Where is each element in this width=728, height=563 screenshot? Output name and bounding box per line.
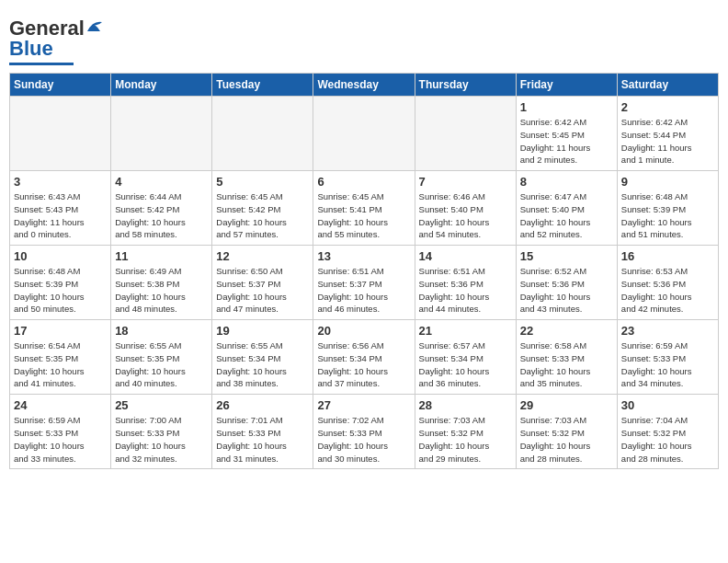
day-number: 5 bbox=[216, 175, 309, 189]
calendar-day-header: Sunday bbox=[10, 74, 111, 97]
calendar-day-header: Monday bbox=[111, 74, 212, 97]
calendar-cell: 24Sunrise: 6:59 AM Sunset: 5:33 PM Dayli… bbox=[10, 395, 111, 469]
day-number: 2 bbox=[621, 100, 714, 114]
calendar-cell: 10Sunrise: 6:48 AM Sunset: 5:39 PM Dayli… bbox=[10, 246, 111, 320]
day-number: 14 bbox=[419, 249, 512, 263]
day-info: Sunrise: 6:55 AM Sunset: 5:35 PM Dayligh… bbox=[115, 339, 208, 390]
day-number: 4 bbox=[115, 175, 208, 189]
logo-blue: Blue bbox=[9, 37, 53, 61]
day-number: 11 bbox=[115, 249, 208, 263]
calendar-cell: 28Sunrise: 7:03 AM Sunset: 5:32 PM Dayli… bbox=[415, 395, 516, 469]
calendar-week-row: 24Sunrise: 6:59 AM Sunset: 5:33 PM Dayli… bbox=[10, 395, 719, 469]
calendar-day-header: Thursday bbox=[415, 74, 516, 97]
day-info: Sunrise: 6:52 AM Sunset: 5:36 PM Dayligh… bbox=[520, 265, 613, 316]
calendar-week-row: 10Sunrise: 6:48 AM Sunset: 5:39 PM Dayli… bbox=[10, 246, 719, 320]
calendar-cell: 16Sunrise: 6:53 AM Sunset: 5:36 PM Dayli… bbox=[617, 246, 718, 320]
calendar-cell bbox=[212, 97, 313, 171]
calendar-cell: 29Sunrise: 7:03 AM Sunset: 5:32 PM Dayli… bbox=[516, 395, 617, 469]
day-info: Sunrise: 6:42 AM Sunset: 5:44 PM Dayligh… bbox=[621, 116, 714, 167]
day-number: 27 bbox=[317, 398, 410, 412]
day-info: Sunrise: 6:53 AM Sunset: 5:36 PM Dayligh… bbox=[621, 265, 714, 316]
day-number: 23 bbox=[621, 324, 714, 338]
calendar-cell: 26Sunrise: 7:01 AM Sunset: 5:33 PM Dayli… bbox=[212, 395, 313, 469]
day-number: 16 bbox=[621, 249, 714, 263]
day-info: Sunrise: 7:04 AM Sunset: 5:32 PM Dayligh… bbox=[621, 414, 714, 465]
day-info: Sunrise: 7:03 AM Sunset: 5:32 PM Dayligh… bbox=[419, 414, 512, 465]
calendar-cell: 13Sunrise: 6:51 AM Sunset: 5:37 PM Dayli… bbox=[313, 246, 415, 320]
calendar-cell: 6Sunrise: 6:45 AM Sunset: 5:41 PM Daylig… bbox=[313, 171, 415, 246]
calendar-cell: 17Sunrise: 6:54 AM Sunset: 5:35 PM Dayli… bbox=[10, 320, 111, 395]
logo-bird-icon bbox=[85, 18, 106, 35]
calendar-table: SundayMondayTuesdayWednesdayThursdayFrid… bbox=[9, 73, 719, 469]
day-number: 22 bbox=[520, 324, 613, 338]
calendar-day-header: Wednesday bbox=[313, 74, 415, 97]
calendar-day-header: Saturday bbox=[617, 74, 718, 97]
day-number: 30 bbox=[621, 398, 714, 412]
day-number: 18 bbox=[115, 324, 208, 338]
day-number: 15 bbox=[520, 249, 613, 263]
day-number: 24 bbox=[14, 398, 107, 412]
calendar-cell: 2Sunrise: 6:42 AM Sunset: 5:44 PM Daylig… bbox=[617, 97, 718, 171]
day-info: Sunrise: 6:46 AM Sunset: 5:40 PM Dayligh… bbox=[419, 190, 512, 241]
day-info: Sunrise: 6:49 AM Sunset: 5:38 PM Dayligh… bbox=[115, 265, 208, 316]
calendar-cell bbox=[10, 97, 111, 171]
day-number: 7 bbox=[419, 175, 512, 189]
day-info: Sunrise: 6:58 AM Sunset: 5:33 PM Dayligh… bbox=[520, 339, 613, 390]
day-info: Sunrise: 6:55 AM Sunset: 5:34 PM Dayligh… bbox=[216, 339, 309, 390]
calendar-week-row: 3Sunrise: 6:43 AM Sunset: 5:43 PM Daylig… bbox=[10, 171, 719, 246]
day-info: Sunrise: 6:42 AM Sunset: 5:45 PM Dayligh… bbox=[520, 116, 613, 167]
calendar-cell: 22Sunrise: 6:58 AM Sunset: 5:33 PM Dayli… bbox=[516, 320, 617, 395]
day-number: 20 bbox=[317, 324, 410, 338]
day-info: Sunrise: 6:45 AM Sunset: 5:42 PM Dayligh… bbox=[216, 190, 309, 241]
day-info: Sunrise: 6:56 AM Sunset: 5:34 PM Dayligh… bbox=[317, 339, 410, 390]
calendar-body: 1Sunrise: 6:42 AM Sunset: 5:45 PM Daylig… bbox=[10, 97, 719, 469]
day-info: Sunrise: 6:43 AM Sunset: 5:43 PM Dayligh… bbox=[14, 190, 107, 241]
calendar-week-row: 17Sunrise: 6:54 AM Sunset: 5:35 PM Dayli… bbox=[10, 320, 719, 395]
day-number: 28 bbox=[419, 398, 512, 412]
day-info: Sunrise: 6:51 AM Sunset: 5:36 PM Dayligh… bbox=[419, 265, 512, 316]
calendar-cell: 7Sunrise: 6:46 AM Sunset: 5:40 PM Daylig… bbox=[415, 171, 516, 246]
calendar-cell: 27Sunrise: 7:02 AM Sunset: 5:33 PM Dayli… bbox=[313, 395, 415, 469]
calendar-cell: 25Sunrise: 7:00 AM Sunset: 5:33 PM Dayli… bbox=[111, 395, 212, 469]
calendar-cell: 4Sunrise: 6:44 AM Sunset: 5:42 PM Daylig… bbox=[111, 171, 212, 246]
day-number: 26 bbox=[216, 398, 309, 412]
calendar-cell: 11Sunrise: 6:49 AM Sunset: 5:38 PM Dayli… bbox=[111, 246, 212, 320]
day-number: 3 bbox=[14, 175, 107, 189]
day-info: Sunrise: 6:47 AM Sunset: 5:40 PM Dayligh… bbox=[520, 190, 613, 241]
calendar-cell: 19Sunrise: 6:55 AM Sunset: 5:34 PM Dayli… bbox=[212, 320, 313, 395]
day-number: 9 bbox=[621, 175, 714, 189]
calendar-day-header: Tuesday bbox=[212, 74, 313, 97]
day-number: 10 bbox=[14, 249, 107, 263]
calendar-cell: 8Sunrise: 6:47 AM Sunset: 5:40 PM Daylig… bbox=[516, 171, 617, 246]
calendar-cell bbox=[415, 97, 516, 171]
day-number: 13 bbox=[317, 249, 410, 263]
day-info: Sunrise: 6:48 AM Sunset: 5:39 PM Dayligh… bbox=[621, 190, 714, 241]
calendar-cell: 20Sunrise: 6:56 AM Sunset: 5:34 PM Dayli… bbox=[313, 320, 415, 395]
logo-underline bbox=[9, 63, 74, 65]
day-info: Sunrise: 6:51 AM Sunset: 5:37 PM Dayligh… bbox=[317, 265, 410, 316]
calendar-week-row: 1Sunrise: 6:42 AM Sunset: 5:45 PM Daylig… bbox=[10, 97, 719, 171]
day-number: 19 bbox=[216, 324, 309, 338]
calendar-cell: 12Sunrise: 6:50 AM Sunset: 5:37 PM Dayli… bbox=[212, 246, 313, 320]
day-info: Sunrise: 6:45 AM Sunset: 5:41 PM Dayligh… bbox=[317, 190, 410, 241]
page-header: General Blue bbox=[9, 9, 719, 65]
calendar-cell: 14Sunrise: 6:51 AM Sunset: 5:36 PM Dayli… bbox=[415, 246, 516, 320]
calendar-cell: 21Sunrise: 6:57 AM Sunset: 5:34 PM Dayli… bbox=[415, 320, 516, 395]
day-info: Sunrise: 6:48 AM Sunset: 5:39 PM Dayligh… bbox=[14, 265, 107, 316]
day-number: 6 bbox=[317, 175, 410, 189]
day-info: Sunrise: 7:02 AM Sunset: 5:33 PM Dayligh… bbox=[317, 414, 410, 465]
logo: General Blue bbox=[9, 17, 106, 65]
day-info: Sunrise: 6:50 AM Sunset: 5:37 PM Dayligh… bbox=[216, 265, 309, 316]
day-number: 1 bbox=[520, 100, 613, 114]
calendar-day-header: Friday bbox=[516, 74, 617, 97]
calendar-cell: 5Sunrise: 6:45 AM Sunset: 5:42 PM Daylig… bbox=[212, 171, 313, 246]
day-number: 8 bbox=[520, 175, 613, 189]
day-info: Sunrise: 7:03 AM Sunset: 5:32 PM Dayligh… bbox=[520, 414, 613, 465]
day-number: 17 bbox=[14, 324, 107, 338]
day-info: Sunrise: 6:59 AM Sunset: 5:33 PM Dayligh… bbox=[621, 339, 714, 390]
calendar-cell: 30Sunrise: 7:04 AM Sunset: 5:32 PM Dayli… bbox=[617, 395, 718, 469]
calendar-cell: 9Sunrise: 6:48 AM Sunset: 5:39 PM Daylig… bbox=[617, 171, 718, 246]
calendar-cell bbox=[313, 97, 415, 171]
day-info: Sunrise: 6:54 AM Sunset: 5:35 PM Dayligh… bbox=[14, 339, 107, 390]
calendar-cell: 23Sunrise: 6:59 AM Sunset: 5:33 PM Dayli… bbox=[617, 320, 718, 395]
